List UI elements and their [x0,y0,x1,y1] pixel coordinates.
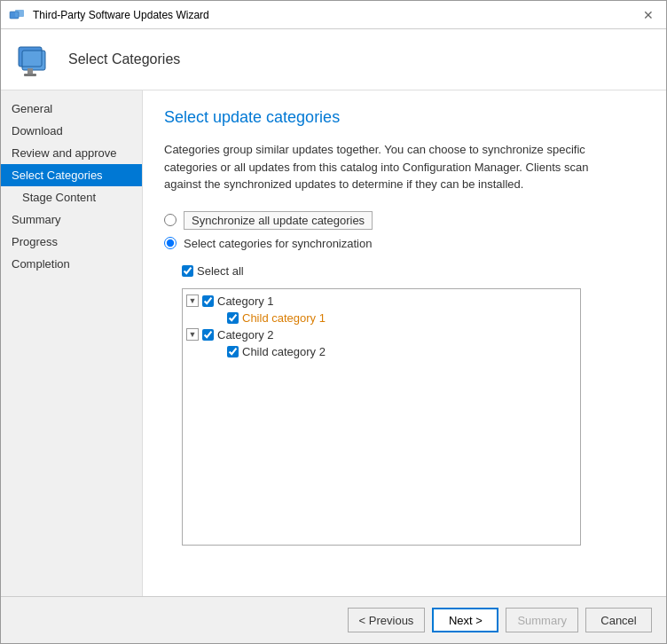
sync-all-button-label[interactable]: Synchronize all update categories [184,211,373,230]
sidebar-item-stage-content[interactable]: Stage Content [1,186,142,208]
tree-item-category1: ▼ Category 1 [186,293,577,310]
next-button[interactable]: Next > [432,608,498,632]
content-area: General Download Review and approve Sele… [1,90,666,596]
checkbox-child2[interactable] [227,346,239,357]
label-child2: Child category 2 [242,345,326,358]
header-bar: Select Categories [1,29,666,90]
expander-category2[interactable]: ▼ [186,328,199,341]
checkbox-child1[interactable] [227,312,239,324]
sidebar: General Download Review and approve Sele… [1,90,143,596]
header-icon [15,38,58,81]
svg-rect-1 [15,10,24,17]
sidebar-item-summary[interactable]: Summary [1,208,142,231]
wizard-window: Third-Party Software Updates Wizard ✕ Se… [0,0,667,644]
tree-item-child1: Child category 1 [211,310,577,326]
label-category1: Category 1 [217,295,274,308]
select-categories-label: Select categories for synchronization [184,237,372,250]
description-text: Categories group similar updates togethe… [164,141,590,193]
checkbox-category1[interactable] [202,295,214,307]
tree-box[interactable]: ▼ Category 1 Child category 1 ▼ [182,288,581,546]
footer: < Previous Next > Summary Cancel [1,596,666,643]
expander-category1[interactable]: ▼ [186,295,199,307]
sidebar-item-progress[interactable]: Progress [1,231,142,253]
tree-children-category2: Child category 2 [211,343,577,360]
radio-select-item: Select categories for synchronization [164,237,645,250]
cancel-button[interactable]: Cancel [585,608,652,632]
radio-sync-all-item: Synchronize all update categories [164,211,645,230]
sidebar-item-select-categories[interactable]: Select Categories [1,164,142,186]
header-title: Select Categories [68,51,180,67]
radio-group: Synchronize all update categories Select… [164,211,645,250]
select-all-row: Select all [182,264,645,278]
sidebar-item-review-approve[interactable]: Review and approve [1,142,142,164]
main-content: Select update categories Categories grou… [143,90,666,596]
sidebar-item-completion[interactable]: Completion [1,253,142,275]
title-bar-left: Third-Party Software Updates Wizard [8,6,209,24]
checkbox-category2[interactable] [202,329,214,341]
previous-button[interactable]: < Previous [348,608,426,632]
close-button[interactable]: ✕ [638,4,659,26]
radio-select-categories[interactable] [164,237,177,249]
tree-container: ▼ Category 1 Child category 1 ▼ [182,288,645,546]
tree-item-child2: Child category 2 [211,343,577,360]
radio-sync-all[interactable] [164,214,177,226]
label-category2: Category 2 [217,328,274,342]
tree-item-category2: ▼ Category 2 [186,326,577,343]
title-bar: Third-Party Software Updates Wizard ✕ [1,1,666,29]
label-child1: Child category 1 [242,311,326,325]
page-title: Select update categories [164,108,645,127]
window-title: Third-Party Software Updates Wizard [33,9,209,21]
svg-rect-8 [24,74,36,76]
svg-rect-7 [27,68,33,74]
sync-all-label: Synchronize all update categories [184,211,373,230]
select-all-checkbox[interactable] [182,265,193,277]
select-all-label: Select all [197,264,244,278]
sidebar-item-general[interactable]: General [1,98,142,120]
tree-children-category1: Child category 1 [211,310,577,326]
window-icon [8,6,26,24]
summary-button[interactable]: Summary [506,608,578,632]
sidebar-item-download[interactable]: Download [1,120,142,142]
